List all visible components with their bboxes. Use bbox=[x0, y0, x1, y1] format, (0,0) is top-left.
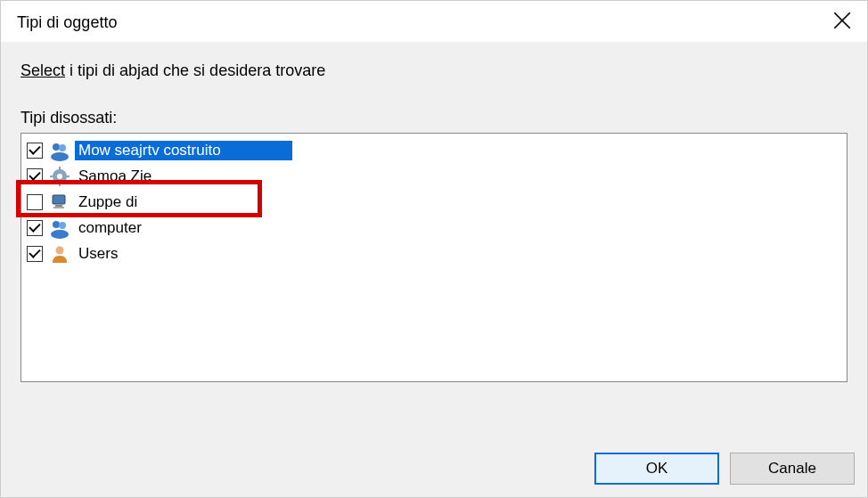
checkbox[interactable] bbox=[27, 168, 43, 184]
checkbox[interactable] bbox=[27, 246, 43, 262]
checkbox[interactable] bbox=[27, 194, 43, 210]
instruction-rest: i tipi di abjad che si desidera trovare bbox=[65, 61, 325, 79]
svg-point-14 bbox=[53, 221, 60, 228]
object-types-dialog: Tipi di oggetto Select i tipi di abjad c… bbox=[0, 0, 868, 498]
dialog-content: Select i tipi di abjad che si desidera t… bbox=[1, 42, 867, 438]
checkbox[interactable] bbox=[27, 220, 43, 236]
cancel-button[interactable]: Canale bbox=[730, 453, 855, 485]
svg-rect-12 bbox=[55, 205, 62, 207]
object-types-listbox[interactable]: Mow seajrtv costruitoSamoa ZieZuppe dico… bbox=[20, 133, 848, 382]
close-button[interactable] bbox=[824, 3, 860, 38]
svg-point-17 bbox=[56, 246, 64, 254]
list-item-label: computer bbox=[75, 218, 145, 238]
titlebar: Tipi di oggetto bbox=[1, 1, 867, 42]
ok-button[interactable]: OK bbox=[594, 453, 719, 485]
svg-point-15 bbox=[59, 222, 66, 229]
gear-icon bbox=[48, 166, 71, 187]
button-bar: OK Canale bbox=[1, 438, 867, 497]
checkbox[interactable] bbox=[27, 143, 43, 159]
list-item-label: Samoa Zie bbox=[75, 167, 155, 186]
svg-point-4 bbox=[51, 152, 69, 161]
list-item[interactable]: Users bbox=[25, 241, 843, 266]
list-item-label: Mow seajrtv costruito bbox=[75, 141, 292, 160]
svg-rect-11 bbox=[53, 195, 65, 204]
svg-rect-7 bbox=[59, 167, 61, 170]
list-item[interactable]: Mow seajrtv costruito bbox=[25, 137, 843, 163]
people-icon bbox=[48, 140, 71, 161]
svg-point-16 bbox=[51, 230, 69, 239]
user-icon bbox=[48, 243, 71, 265]
list-item-label: Zuppe di bbox=[75, 192, 141, 212]
list-item[interactable]: Samoa Zie bbox=[25, 163, 843, 189]
dialog-title: Tipi di oggetto bbox=[17, 13, 117, 32]
svg-point-2 bbox=[53, 143, 60, 151]
people2-icon bbox=[48, 217, 71, 239]
list-item[interactable]: computer bbox=[25, 215, 843, 241]
svg-point-3 bbox=[59, 144, 66, 151]
list-label: Tipi disossati: bbox=[20, 109, 848, 127]
svg-rect-13 bbox=[53, 207, 64, 208]
list-item-label: Users bbox=[75, 244, 121, 264]
instruction-accel: Select bbox=[20, 61, 65, 79]
instruction-text: Select i tipi di abjad che si desidera t… bbox=[20, 61, 848, 80]
list-item[interactable]: Zuppe di bbox=[25, 189, 843, 215]
svg-rect-9 bbox=[50, 176, 53, 177]
close-icon bbox=[833, 12, 851, 29]
svg-rect-10 bbox=[66, 176, 70, 177]
svg-rect-8 bbox=[59, 183, 61, 186]
computer-icon bbox=[48, 192, 71, 213]
svg-point-6 bbox=[57, 174, 62, 179]
